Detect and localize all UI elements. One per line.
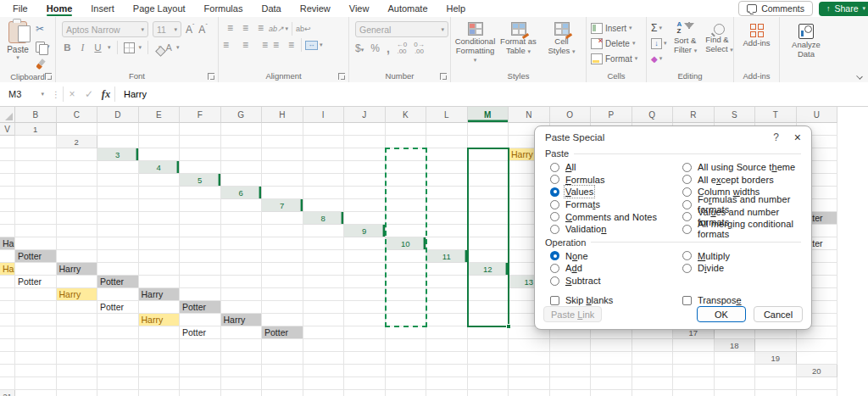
cell-V9[interactable] [344, 237, 386, 250]
cell-G15[interactable] [0, 314, 15, 326]
number-format-select[interactable]: General▾ [355, 21, 448, 37]
radio-icon-all[interactable] [550, 163, 559, 172]
cell-I4[interactable] [468, 161, 509, 174]
cell-R4[interactable] [0, 174, 15, 187]
cell-V1[interactable] [15, 136, 57, 148]
cell-T18[interactable] [632, 352, 674, 365]
font-size-select[interactable]: 11▾ [153, 21, 181, 37]
cell-N10[interactable] [57, 250, 98, 263]
cell-U17[interactable] [632, 339, 674, 352]
column-header-K[interactable]: K [386, 107, 427, 123]
align-bottom-button[interactable]: ≡ [253, 21, 267, 36]
cell-V20[interactable] [797, 377, 838, 390]
row-header-6[interactable]: 6 [221, 187, 263, 199]
cell-E21[interactable] [139, 390, 181, 396]
row-header-20[interactable]: 20 [797, 365, 838, 377]
align-middle-button[interactable]: ≡ [238, 23, 252, 34]
cell-G5[interactable] [426, 174, 468, 187]
cell-G6[interactable] [468, 187, 509, 199]
cell-L12[interactable] [57, 276, 98, 288]
cell-L19[interactable] [344, 365, 386, 377]
cell-T19[interactable] [673, 365, 715, 377]
cell-B7[interactable] [303, 199, 345, 212]
cell-F21[interactable] [180, 390, 221, 396]
cell-L11[interactable] [15, 263, 57, 276]
cell-S12[interactable] [344, 276, 386, 288]
radio-icon-formulas[interactable] [550, 175, 559, 184]
cell-S7[interactable] [139, 212, 181, 225]
cell-Q7[interactable] [57, 212, 98, 225]
cell-S19[interactable] [632, 365, 674, 377]
cell-E20[interactable] [97, 377, 139, 390]
cell-I19[interactable] [221, 365, 263, 377]
cell-J12[interactable] [0, 276, 15, 288]
cell-J17[interactable] [180, 339, 221, 352]
checkbox-option-skip-blanks[interactable]: Skip blanks [550, 295, 682, 305]
cell-I15[interactable] [57, 314, 98, 326]
cell-K18[interactable] [262, 352, 303, 365]
decrease-indent-button[interactable]: ≡ [269, 40, 282, 51]
cell-U8[interactable] [262, 225, 303, 237]
cut-button[interactable]: ✂ [36, 22, 50, 36]
cell-L18[interactable] [303, 352, 345, 365]
cell-J13[interactable] [15, 288, 57, 301]
cell-P20[interactable] [550, 377, 592, 390]
cell-Q16[interactable] [426, 326, 468, 339]
cell-R19[interactable] [591, 365, 632, 377]
cell-O18[interactable] [426, 352, 468, 365]
cell-I17[interactable] [139, 339, 181, 352]
radio-option-subtract[interactable]: Subtract [550, 275, 682, 287]
radio-option-formulas[interactable]: Formulas [550, 174, 682, 187]
paste-button[interactable]: Paste ▾ [3, 20, 33, 61]
cell-I14[interactable] [15, 301, 57, 314]
cell-H17[interactable] [97, 339, 139, 352]
cell-P15[interactable] [344, 314, 386, 326]
cell-R10[interactable] [221, 250, 263, 263]
addins-button[interactable]: Add-ins [737, 20, 776, 48]
cell-I21[interactable] [303, 390, 345, 396]
cell-C3[interactable] [180, 148, 221, 161]
merge-center-dropdown-icon[interactable]: ▾ [320, 42, 323, 48]
cell-S17[interactable] [550, 339, 592, 352]
cell-D2[interactable] [180, 136, 221, 148]
radio-icon-formats[interactable] [550, 200, 559, 209]
borders-dropdown-icon[interactable]: ▾ [139, 44, 142, 51]
cell-D3[interactable] [221, 148, 263, 161]
comments-button[interactable]: Comments [738, 1, 813, 16]
align-top-button[interactable]: ≡ [223, 25, 236, 32]
cell-N19[interactable] [426, 365, 468, 377]
insert-function-button[interactable]: fx [97, 88, 114, 101]
cell-T11[interactable] [344, 263, 386, 276]
radio-option-values[interactable]: Values [550, 186, 682, 198]
align-right-button[interactable]: ≡ [253, 40, 267, 51]
cell-G21[interactable] [221, 390, 263, 396]
cell-B10[interactable] [426, 237, 468, 250]
radio-option-add[interactable]: Add [550, 262, 682, 275]
radio-icon-all-merging-conditional-formats[interactable] [682, 225, 692, 234]
dialog-close-button[interactable]: × [794, 131, 801, 143]
cell-T10[interactable] [303, 250, 345, 263]
cell-K17[interactable] [221, 339, 263, 352]
row-header-10[interactable]: 10 [386, 237, 427, 250]
cell-S11[interactable] [303, 263, 345, 276]
analyze-data-button[interactable]: AnalyzeData [782, 20, 830, 59]
cell-F2[interactable] [262, 136, 303, 148]
cell-J2[interactable] [426, 136, 468, 148]
cell-C20[interactable] [15, 377, 57, 390]
radio-icon-all-using-source-theme[interactable] [682, 163, 692, 172]
underline-dropdown-icon[interactable]: ▾ [108, 44, 111, 51]
underline-button[interactable]: U [92, 42, 103, 53]
cell-G4[interactable] [386, 161, 427, 174]
cell-V5[interactable] [180, 187, 221, 199]
menu-tab-file[interactable]: File [3, 1, 37, 16]
sort-filter-button[interactable]: AZ Sort &Filter ▾ [670, 21, 701, 54]
cell-D8[interactable] [426, 212, 468, 225]
delete-cells-button[interactable]: Delete▾ [591, 36, 642, 50]
cell-R5[interactable] [15, 187, 57, 199]
dialog-help-button[interactable]: ? [773, 131, 779, 143]
cell-O12[interactable] [180, 276, 221, 288]
cell-J18[interactable] [221, 352, 263, 365]
select-all-corner[interactable] [0, 107, 15, 123]
cell-I1[interactable] [344, 123, 386, 136]
radio-option-none[interactable]: None [550, 250, 682, 263]
